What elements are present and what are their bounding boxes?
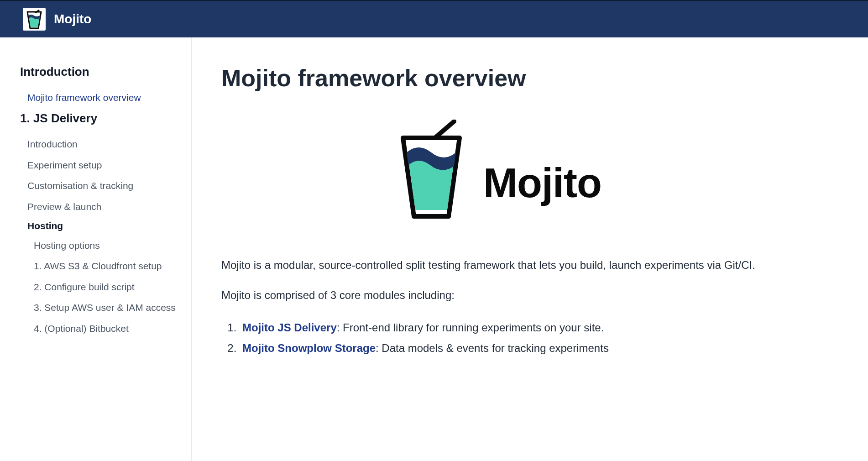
- hero-logo: Mojito: [395, 120, 868, 220]
- module-link-js-delivery[interactable]: Mojito JS Delivery: [242, 321, 337, 334]
- layout: Introduction Mojito framework overview 1…: [0, 37, 868, 461]
- main-content: Mojito framework overview Mojito Mojito …: [192, 37, 868, 461]
- svg-rect-0: [416, 210, 447, 214]
- hero-brand-word: Mojito: [483, 165, 601, 220]
- nav-section-js-delivery: 1. JS Delivery: [20, 111, 178, 126]
- sidebar: Introduction Mojito framework overview 1…: [0, 37, 192, 461]
- page-title: Mojito framework overview: [221, 65, 868, 92]
- module-item-1: Mojito JS Delivery: Front-end library fo…: [240, 317, 868, 338]
- module-item-2: Mojito Snowplow Storage: Data models & e…: [240, 338, 868, 359]
- brand-logo[interactable]: [23, 8, 46, 31]
- nav-item-aws-s3[interactable]: 1. AWS S3 & Cloudfront setup: [34, 259, 178, 272]
- brand-name: Mojito: [54, 12, 91, 26]
- app-header: Mojito: [0, 0, 868, 37]
- module-desc-2: : Data models & events for tracking expe…: [376, 342, 609, 354]
- nav-item-customisation[interactable]: Customisation & tracking: [27, 179, 178, 192]
- nav-subheading-hosting: Hosting: [27, 220, 178, 231]
- nav-item-introduction[interactable]: Introduction: [27, 137, 178, 151]
- intro-paragraph-1: Mojito is a modular, source-controlled s…: [221, 257, 868, 274]
- intro-paragraph-2: Mojito is comprised of 3 core modules in…: [221, 287, 868, 304]
- nav-item-build-script[interactable]: 2. Configure build script: [34, 280, 178, 293]
- modules-list: Mojito JS Delivery: Front-end library fo…: [240, 317, 868, 359]
- mojito-glass-large-icon: [395, 120, 468, 220]
- nav-section-introduction: Introduction: [20, 65, 178, 79]
- mojito-glass-icon: [26, 9, 43, 29]
- nav-item-preview-launch[interactable]: Preview & launch: [27, 200, 178, 213]
- nav-item-overview[interactable]: Mojito framework overview: [27, 91, 178, 104]
- nav-item-bitbucket[interactable]: 4. (Optional) Bitbucket: [34, 322, 178, 335]
- nav-item-hosting-options[interactable]: Hosting options: [34, 239, 178, 252]
- nav-item-iam-access[interactable]: 3. Setup AWS user & IAM access: [34, 301, 178, 314]
- module-desc-1: : Front-end library for running experime…: [337, 321, 604, 334]
- sidebar-nav[interactable]: Introduction Mojito framework overview 1…: [0, 37, 191, 461]
- nav-item-experiment-setup[interactable]: Experiment setup: [27, 158, 178, 172]
- module-link-snowplow-storage[interactable]: Mojito Snowplow Storage: [242, 342, 376, 354]
